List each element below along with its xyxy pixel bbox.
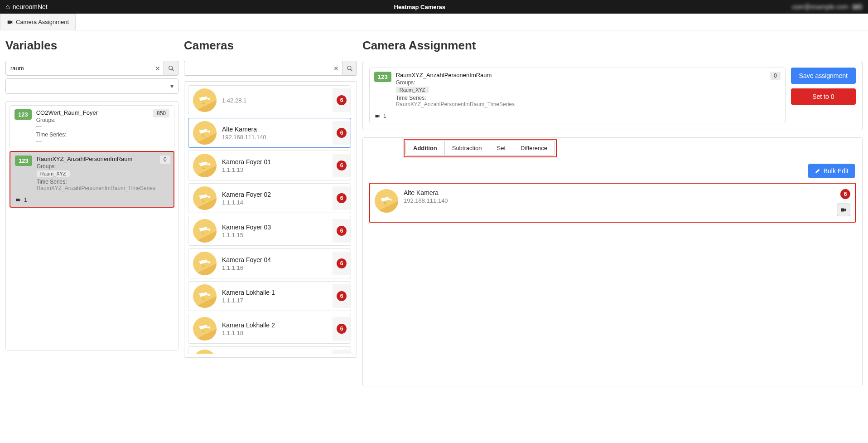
camera-count-badge: 6 (337, 161, 347, 170)
bulk-edit-label: Bulk Edit (824, 167, 849, 175)
camera-count-badge: 6 (337, 193, 347, 203)
variable-ts-value: — (36, 138, 149, 144)
assigned-camera-ip: 192.168.111.140 (404, 197, 831, 204)
variables-search-button[interactable] (164, 61, 178, 76)
cameras-list: 1.42.28.16Alte Kamera192.168.111.1406Kam… (184, 81, 357, 358)
variable-ts-label: Time Series: (37, 179, 155, 185)
assignment-title: Camera Assignment (362, 39, 863, 53)
camera-avatar-icon (193, 219, 217, 243)
camera-avatar-icon (193, 121, 217, 145)
camera-avatar-icon (193, 252, 217, 275)
camera-avatar-icon (193, 284, 217, 308)
op-tab-difference[interactable]: Difference (513, 141, 555, 155)
lang-badge[interactable]: A/T (852, 4, 863, 10)
cameras-search-button[interactable] (342, 61, 357, 76)
variable-group-chip: Raum_XYZ (396, 87, 429, 93)
assignment-selected-variable: 123 RaumXYZ_AnzahlPersonenImRaum Groups:… (369, 68, 786, 123)
assigned-camera-action-button[interactable] (837, 204, 850, 216)
assigned-camera-card[interactable]: Alte Kamera 192.168.111.140 6 (375, 187, 850, 218)
camera-avatar-icon (193, 317, 217, 341)
op-tab-subtraction[interactable]: Subtraction (445, 141, 490, 155)
camera-name: Kamera Lokhalle 2 (222, 321, 327, 329)
user-label[interactable]: user@example.com (792, 3, 849, 10)
camera-card[interactable]: Kamera Foyer 011.1.1.136 (188, 151, 351, 180)
camera-count-badge: 6 (337, 258, 347, 268)
operation-tabs: Addition Subtraction Set Difference (405, 141, 555, 156)
camera-card[interactable]: 1.42.28.16 (188, 85, 351, 115)
camera-ip: 1.1.1.14 (222, 199, 327, 206)
camera-name: Alte Kamera (222, 126, 327, 133)
camera-avatar-icon (193, 350, 217, 354)
variables-filter-dropdown[interactable]: ▾ (5, 78, 178, 94)
camera-ip: 1.1.1.15 (222, 232, 327, 239)
variable-ts-label: Time Series: (36, 131, 149, 138)
save-assignment-button[interactable]: Save assignment (791, 68, 856, 84)
variable-value: 0 (770, 72, 781, 80)
assigned-camera-count: 6 (840, 189, 850, 199)
camera-card[interactable]: Kamera Lokhalle 36 (188, 346, 351, 354)
variables-search-input[interactable] (5, 61, 164, 76)
variable-groups-label: Groups: (396, 79, 766, 86)
camera-name: Kamera Lokhalle 1 (222, 289, 327, 296)
assigned-cameras-highlight: Alte Kamera 192.168.111.140 6 (369, 183, 856, 223)
search-icon (168, 65, 174, 72)
operation-tabs-highlight: Addition Subtraction Set Difference (404, 139, 557, 157)
variable-card-selected[interactable]: 123 RaumXYZ_AnzahlPersonenImRaum Groups:… (10, 151, 174, 208)
camera-card[interactable]: Kamera Foyer 021.1.1.146 (188, 183, 351, 213)
camera-icon (15, 198, 21, 202)
camera-icon (840, 207, 847, 213)
edit-icon (815, 168, 821, 174)
camera-card[interactable]: Kamera Foyer 031.1.1.156 (188, 216, 351, 246)
camera-ip: 192.168.111.140 (222, 134, 327, 141)
search-icon (347, 65, 353, 72)
camera-count-badge: 6 (337, 226, 347, 236)
camera-name: Kamera Foyer 04 (222, 256, 327, 263)
variable-value: 850 (153, 109, 169, 117)
camera-name: Kamera Foyer 03 (222, 224, 327, 231)
svg-point-2 (347, 66, 351, 69)
brand-label[interactable]: neuroomNet (13, 3, 48, 10)
variable-type-badge: 123 (14, 109, 32, 120)
variable-ts-value: RaumXYZ_AnzahlPersonenImRaum_TimeSeries (396, 101, 766, 107)
cameras-search-input[interactable] (184, 61, 342, 76)
assignment-header-panel: 123 RaumXYZ_AnzahlPersonenImRaum Groups:… (362, 61, 863, 130)
camera-count-badge: 6 (337, 324, 347, 334)
op-tab-addition[interactable]: Addition (406, 141, 445, 155)
variable-value: 0 (160, 156, 170, 164)
variables-title: Variables (5, 39, 178, 53)
camera-count-badge: 6 (337, 128, 347, 138)
tab-camera-assignment[interactable]: Camera Assignment (0, 14, 76, 30)
svg-line-1 (172, 69, 174, 71)
camera-ip: 1.42.28.1 (222, 97, 327, 104)
bulk-edit-button[interactable]: Bulk Edit (808, 164, 855, 178)
camera-name: Kamera Foyer 01 (222, 158, 327, 166)
op-tab-set[interactable]: Set (489, 141, 513, 155)
clear-icon[interactable]: ✕ (155, 65, 160, 72)
variable-group-chip: Raum_XYZ (37, 170, 70, 177)
camera-card[interactable]: Kamera Lokhalle 21.1.1.186 (188, 314, 351, 344)
camera-card[interactable]: Kamera Foyer 041.1.1.166 (188, 248, 351, 278)
variable-ts-value: RaumXYZ_AnzahlPersonenImRaum_TimeSeries (37, 185, 155, 191)
camera-avatar-icon (193, 88, 217, 112)
svg-line-3 (350, 69, 352, 71)
camera-icon (374, 114, 381, 118)
page-title: Heatmap Cameras (48, 4, 792, 10)
chevron-down-icon: ▾ (170, 83, 174, 90)
home-icon[interactable] (5, 3, 10, 11)
camera-icon (7, 19, 13, 25)
camera-card[interactable]: Alte Kamera192.168.111.1406 (188, 118, 351, 148)
svg-point-0 (169, 66, 172, 69)
clear-icon[interactable]: ✕ (333, 65, 339, 72)
variables-list: 123 CO2Wert_Raum_Foyer Groups: — Time Se… (5, 101, 178, 351)
variable-cam-count: 1 (24, 197, 27, 203)
set-to-zero-button[interactable]: Set to 0 (791, 88, 856, 105)
camera-avatar-icon (193, 154, 217, 177)
camera-ip: 1.1.1.13 (222, 166, 327, 173)
camera-card[interactable]: Kamera Lokhalle 11.1.1.176 (188, 281, 351, 311)
assigned-camera-name: Alte Kamera (404, 189, 831, 196)
variable-card[interactable]: 123 CO2Wert_Raum_Foyer Groups: — Time Se… (10, 105, 174, 148)
variable-name: RaumXYZ_AnzahlPersonenImRaum (37, 156, 155, 162)
variable-name: RaumXYZ_AnzahlPersonenImRaum (396, 72, 766, 78)
variable-cam-count: 1 (383, 113, 386, 119)
variable-ts-label: Time Series: (396, 95, 766, 101)
